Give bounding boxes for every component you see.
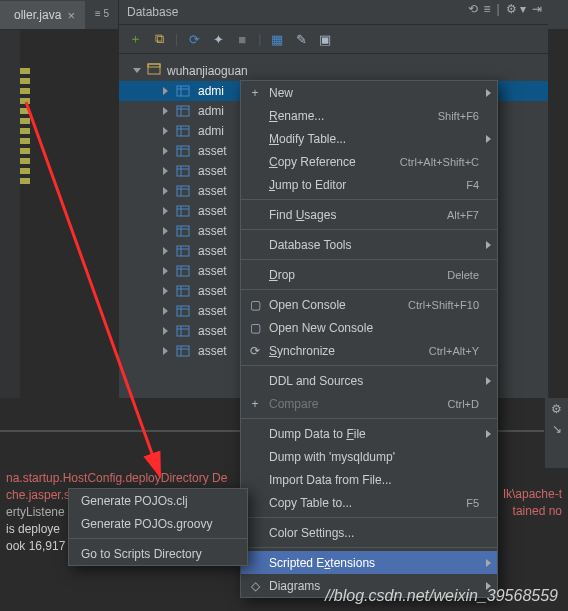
chevron-right-icon[interactable] [163,267,168,275]
menu-item-label: Modify Table... [269,132,346,146]
submenu-item[interactable]: Generate POJOs.clj [69,489,247,512]
chevron-right-icon[interactable] [163,247,168,255]
menu-item-shortcut: Ctrl+Alt+Y [429,345,479,357]
menu-item[interactable]: DropDelete [241,263,497,286]
submenu-item[interactable]: Generate POJOs.groovy [69,512,247,535]
menu-item[interactable]: Dump with 'mysqldump' [241,445,497,468]
table-icon [176,284,190,298]
svg-rect-14 [177,166,189,176]
database-icon [147,62,161,79]
table-label: asset [198,304,227,318]
svg-rect-23 [177,226,189,236]
table-label: asset [198,204,227,218]
menu-item-label: Color Settings... [269,526,354,540]
table-icon [176,144,190,158]
edit-icon[interactable]: ✎ [293,31,309,47]
settings-small-icon[interactable]: ⚙ [551,402,562,416]
layout-icon[interactable]: ↘ [552,422,562,436]
menu-item[interactable]: Database Tools [241,233,497,256]
menu-item[interactable]: Copy ReferenceCtrl+Alt+Shift+C [241,150,497,173]
menu-item-icon: + [247,397,263,411]
chevron-right-icon[interactable] [163,227,168,235]
table-icon [176,304,190,318]
menu-item[interactable]: Dump Data to File [241,422,497,445]
filter-icon[interactable]: ≡ [484,2,491,16]
chevron-right-icon[interactable] [163,107,168,115]
table-label: admi [198,124,224,138]
menu-item-label: Compare [269,397,318,411]
menu-item-label: Scripted Extensions [269,556,375,570]
menu-item[interactable]: Copy Table to...F5 [241,491,497,514]
gear-icon[interactable]: ⚙ ▾ [506,2,526,16]
chevron-right-icon [486,89,491,97]
menu-item[interactable]: Import Data from File... [241,468,497,491]
table-label: asset [198,344,227,358]
close-icon[interactable]: × [67,8,75,23]
table-label: asset [198,184,227,198]
synchronize-icon[interactable]: ✦ [210,31,226,47]
submenu-item[interactable]: Go to Scripts Directory [69,542,247,565]
menu-item-label: Diagrams [269,579,320,593]
menu-item[interactable]: +New [241,81,497,104]
menu-item[interactable]: ⟳SynchronizeCtrl+Alt+Y [241,339,497,362]
menu-item[interactable]: Modify Table... [241,127,497,150]
menu-item[interactable]: Rename...Shift+F6 [241,104,497,127]
chevron-right-icon [486,430,491,438]
chevron-down-icon[interactable] [133,68,141,73]
chevron-right-icon [486,241,491,249]
menu-item[interactable]: ▢Open New Console [241,316,497,339]
loop-icon[interactable]: ⟲ [468,2,478,16]
menu-item-shortcut: Delete [447,269,479,281]
menu-item-shortcut: Alt+F7 [447,209,479,221]
chevron-right-icon[interactable] [163,347,168,355]
chevron-right-icon [486,377,491,385]
menu-item[interactable]: DDL and Sources [241,369,497,392]
svg-rect-41 [177,346,189,356]
chevron-right-icon[interactable] [163,287,168,295]
svg-rect-8 [177,126,189,136]
table-label: asset [198,284,227,298]
table-label: admi [198,104,224,118]
menu-item-label: Find Usages [269,208,336,222]
refresh-icon[interactable]: ⟳ [186,31,202,47]
menu-item[interactable]: ▢Open ConsoleCtrl+Shift+F10 [241,293,497,316]
svg-rect-5 [177,106,189,116]
chevron-right-icon[interactable] [163,127,168,135]
menu-item-label: Open Console [269,298,346,312]
menu-item-label: Database Tools [269,238,352,252]
menu-item-label: Synchronize [269,344,335,358]
menu-item-label: Copy Table to... [269,496,352,510]
table-label: asset [198,164,227,178]
chevron-right-icon[interactable] [163,207,168,215]
chevron-right-icon[interactable] [163,87,168,95]
menu-item[interactable]: Color Settings... [241,521,497,544]
database-node[interactable]: wuhanjiaoguan [119,60,548,81]
table-view-icon[interactable]: ▦ [269,31,285,47]
scripted-extensions-submenu: Generate POJOs.clj Generate POJOs.groovy… [68,488,248,566]
chevron-right-icon[interactable] [163,187,168,195]
tab-ruler: ≡ 5 [95,8,109,19]
table-icon [176,184,190,198]
editor-tab[interactable]: oller.java × [0,1,85,29]
chevron-right-icon[interactable] [163,327,168,335]
menu-item-icon: ◇ [247,579,263,593]
menu-item-label: New [269,86,293,100]
table-icon [176,164,190,178]
chevron-right-icon[interactable] [163,147,168,155]
menu-item[interactable]: Jump to EditorF4 [241,173,497,196]
chevron-right-icon[interactable] [163,307,168,315]
menu-item-shortcut: Ctrl+Alt+Shift+C [400,156,479,168]
table-label: asset [198,264,227,278]
minimize-icon[interactable]: ⇥ [532,2,542,16]
stop-icon[interactable]: ■ [234,31,250,47]
add-icon[interactable]: ＋ [127,31,143,47]
console-icon[interactable]: ▣ [317,31,333,47]
table-label: asset [198,244,227,258]
menu-item[interactable]: Find UsagesAlt+F7 [241,203,497,226]
menu-item[interactable]: Scripted Extensions [241,551,497,574]
chevron-right-icon[interactable] [163,167,168,175]
duplicate-icon[interactable]: ⧉ [151,31,167,47]
table-label: asset [198,224,227,238]
svg-rect-35 [177,306,189,316]
console-tail: lk\apache-t tained no [503,486,562,520]
